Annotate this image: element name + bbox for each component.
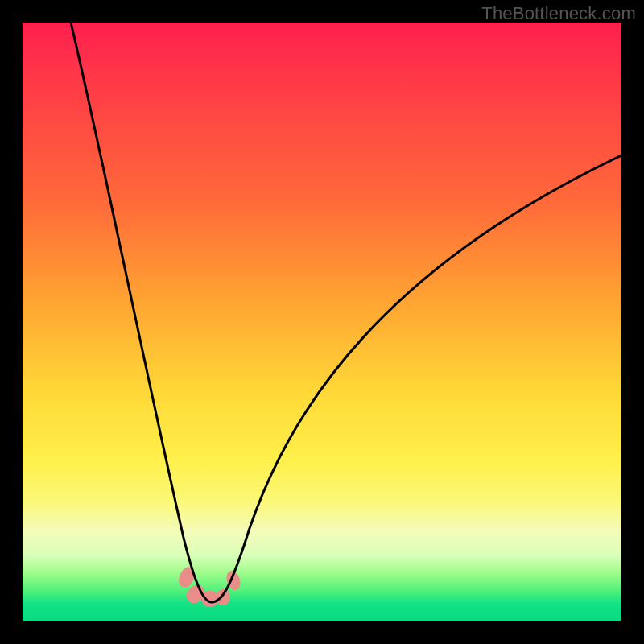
bottleneck-curve xyxy=(23,23,621,621)
plot-area xyxy=(23,23,621,621)
chart-frame: TheBottleneck.com xyxy=(0,0,644,644)
watermark-text: TheBottleneck.com xyxy=(481,3,636,24)
